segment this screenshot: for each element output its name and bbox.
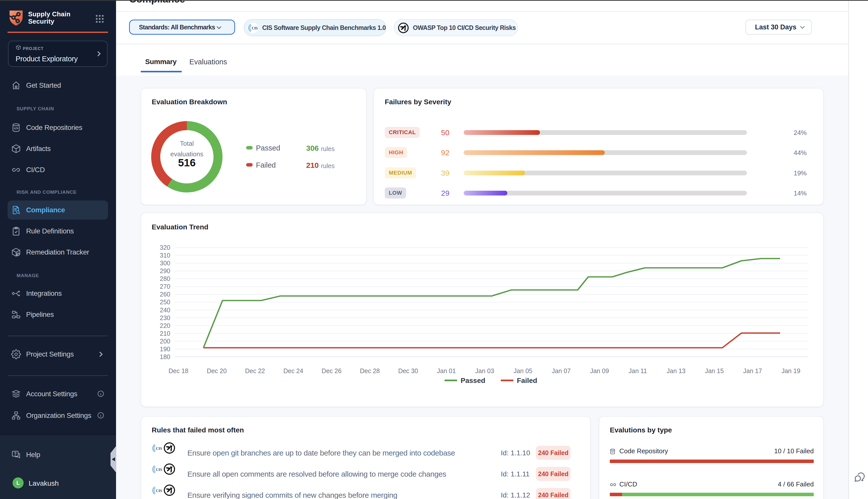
svg-text:Jan 11: Jan 11 [629, 367, 647, 374]
svg-text:Jan 19: Jan 19 [781, 367, 800, 374]
svg-text:300: 300 [160, 259, 170, 267]
svg-text:Jan 03: Jan 03 [475, 367, 494, 374]
svg-text:320: 320 [160, 244, 170, 251]
svg-text:280: 280 [160, 275, 170, 282]
svg-text:180: 180 [160, 353, 170, 360]
svg-text:CIS: CIS [156, 488, 162, 493]
svg-text:Dec 18: Dec 18 [169, 367, 188, 374]
svg-text:270: 270 [160, 283, 170, 290]
svg-text:Jan 17: Jan 17 [743, 367, 762, 374]
svg-text:Failed: Failed [517, 377, 537, 385]
svg-text:Jan 05: Jan 05 [513, 367, 532, 374]
svg-text:Dec 22: Dec 22 [245, 367, 265, 374]
svg-text:Dec 30: Dec 30 [398, 367, 418, 374]
svg-text:Dec 28: Dec 28 [360, 367, 380, 374]
svg-text:Jan 07: Jan 07 [552, 367, 571, 374]
svg-text:Jan 09: Jan 09 [590, 367, 609, 374]
svg-text:250: 250 [160, 299, 170, 305]
svg-text:290: 290 [160, 267, 170, 275]
svg-text:230: 230 [160, 314, 170, 321]
svg-text:CIS: CIS [156, 467, 162, 472]
svg-text:310: 310 [160, 252, 170, 259]
svg-text:CIS: CIS [252, 26, 258, 30]
svg-text:210: 210 [160, 330, 170, 337]
svg-text:CIS: CIS [156, 446, 162, 451]
svg-text:Jan 15: Jan 15 [705, 367, 724, 374]
svg-text:220: 220 [160, 322, 170, 329]
svg-text:260: 260 [160, 291, 170, 298]
svg-text:Dec 26: Dec 26 [322, 367, 342, 374]
svg-text:200: 200 [160, 338, 170, 345]
svg-text:240: 240 [160, 306, 170, 314]
svg-text:Jan 01: Jan 01 [437, 367, 456, 374]
svg-text:Jan 13: Jan 13 [667, 367, 685, 374]
svg-text:Passed: Passed [461, 377, 485, 385]
svg-text:Dec 24: Dec 24 [283, 367, 303, 374]
svg-text:Dec 20: Dec 20 [207, 367, 226, 374]
svg-text:190: 190 [160, 345, 170, 353]
